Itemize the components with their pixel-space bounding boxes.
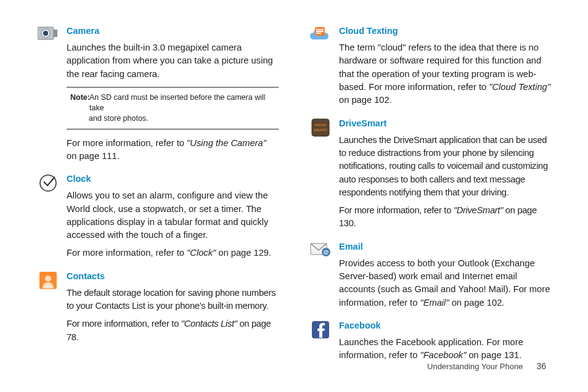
ref-prefix: For more information, refer to bbox=[67, 248, 187, 258]
clock-desc: Allows you to set an alarm, configure an… bbox=[67, 189, 279, 242]
ref-link: "DriveSmart" bbox=[454, 205, 503, 215]
svg-text:SMART: SMART bbox=[314, 128, 327, 132]
cloud-content: Cloud Texting The term "cloud" refers to… bbox=[339, 25, 551, 112]
svg-text:@: @ bbox=[324, 249, 329, 255]
cloud-text-b: on page 102. bbox=[339, 95, 392, 105]
contacts-content: Contacts The default storage location fo… bbox=[67, 270, 279, 349]
contacts-icon bbox=[37, 270, 59, 349]
clock-ref: For more information, refer to "Clock" o… bbox=[67, 247, 279, 259]
facebook-content: Facebook Launches the Facebook applicati… bbox=[339, 319, 551, 367]
email-ref-link: "Email" bbox=[420, 298, 449, 308]
note-label: Note: bbox=[70, 92, 89, 113]
ref-prefix: For more information, refer to bbox=[67, 319, 181, 329]
svg-point-2 bbox=[43, 31, 48, 36]
cloud-para: The term "cloud" refers to the idea that… bbox=[339, 41, 551, 107]
page-footer: Understanding Your Phone 36 bbox=[427, 361, 546, 371]
entry-cloud: Cloud Texting The term "cloud" refers to… bbox=[309, 25, 551, 112]
cloud-texting-icon bbox=[309, 25, 332, 112]
camera-content: Camera Launches the built-in 3.0 megapix… bbox=[67, 25, 279, 168]
section-name: Understanding Your Phone bbox=[427, 362, 523, 371]
email-icon: @ bbox=[309, 240, 332, 314]
drivesmart-desc: Launches the DriveSmart application that… bbox=[339, 134, 551, 200]
email-text-b: on page 102. bbox=[449, 298, 505, 308]
camera-desc: Launches the built-in 3.0 megapixel came… bbox=[67, 41, 279, 81]
svg-rect-9 bbox=[316, 31, 324, 32]
entry-clock: Clock Allows you to set an alarm, config… bbox=[37, 173, 279, 265]
svg-text:DRIVE: DRIVE bbox=[315, 123, 326, 127]
camera-icon bbox=[37, 25, 59, 168]
ref-suffix: on page 111. bbox=[67, 151, 120, 161]
ref-suffix: on page 129. bbox=[216, 248, 271, 258]
drivesmart-ref: For more information, refer to "DriveSma… bbox=[339, 204, 551, 231]
email-title: Email bbox=[339, 240, 551, 253]
entry-drivesmart: DRIVE SMART DriveSmart Launches the Driv… bbox=[309, 117, 551, 235]
entry-camera: Camera Launches the built-in 3.0 megapix… bbox=[37, 25, 279, 168]
facebook-para: Launches the Facebook application. For m… bbox=[339, 336, 551, 362]
camera-note: Note: An SD card must be inserted before… bbox=[67, 87, 279, 129]
camera-ref: For more information, refer to "Using th… bbox=[67, 137, 279, 163]
clock-content: Clock Allows you to set an alarm, config… bbox=[67, 173, 279, 265]
cloud-title: Cloud Texting bbox=[339, 25, 551, 38]
facebook-icon bbox=[309, 319, 332, 367]
ref-link: "Clock" bbox=[187, 248, 216, 258]
svg-rect-11 bbox=[312, 119, 329, 136]
entry-email: @ Email Provides access to both your Out… bbox=[309, 240, 551, 314]
cloud-ref-link: "Cloud Texting" bbox=[489, 82, 550, 92]
entry-facebook: Facebook Launches the Facebook applicati… bbox=[309, 319, 551, 367]
svg-rect-10 bbox=[316, 33, 321, 34]
ref-prefix: For more information, refer to bbox=[339, 205, 454, 215]
entry-contacts: Contacts The default storage location fo… bbox=[37, 270, 279, 349]
svg-rect-8 bbox=[316, 29, 324, 30]
email-content: Email Provides access to both your Outlo… bbox=[339, 240, 551, 314]
content-columns: Camera Launches the built-in 3.0 megapix… bbox=[37, 25, 551, 339]
ref-link: "Using the Camera" bbox=[187, 138, 266, 148]
facebook-text-b: on page 131. bbox=[466, 350, 521, 360]
contacts-ref: For more information, refer to "Contacts… bbox=[67, 317, 279, 344]
clock-title: Clock bbox=[67, 173, 279, 186]
contacts-desc: The default storage location for saving … bbox=[67, 287, 279, 313]
svg-point-6 bbox=[45, 276, 51, 282]
note-text-line2: and store photos. bbox=[70, 113, 276, 124]
clock-icon bbox=[37, 173, 59, 265]
email-para: Provides access to both your Outlook (Ex… bbox=[339, 257, 551, 309]
facebook-ref-link: "Facebook" bbox=[420, 350, 466, 360]
page-number: 36 bbox=[536, 361, 546, 371]
camera-title: Camera bbox=[67, 25, 279, 38]
drivesmart-content: DriveSmart Launches the DriveSmart appli… bbox=[339, 117, 551, 235]
right-column: Cloud Texting The term "cloud" refers to… bbox=[309, 25, 551, 339]
facebook-title: Facebook bbox=[339, 319, 551, 332]
svg-rect-3 bbox=[54, 30, 57, 37]
ref-link: "Contacts List" bbox=[181, 319, 237, 329]
contacts-title: Contacts bbox=[67, 270, 279, 283]
note-text-line1: An SD card must be inserted before the c… bbox=[89, 92, 276, 113]
ref-prefix: For more information, refer to bbox=[67, 138, 187, 148]
drivesmart-title: DriveSmart bbox=[339, 117, 551, 130]
drivesmart-icon: DRIVE SMART bbox=[309, 117, 332, 235]
left-column: Camera Launches the built-in 3.0 megapix… bbox=[37, 25, 279, 339]
